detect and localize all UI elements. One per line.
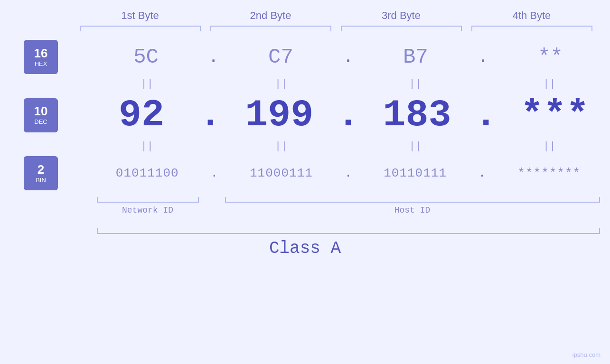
dec-values: 92 . 199 . 183 . ***	[86, 93, 610, 137]
dec-base-number: 10	[34, 105, 48, 117]
header-1st-byte: 1st Byte	[75, 9, 206, 26]
bin-dot3: .	[479, 166, 486, 180]
hex-byte2: C7	[221, 45, 340, 69]
network-bracket	[97, 197, 199, 203]
dec-byte2: 199	[224, 93, 334, 137]
bracket-gap1	[199, 197, 225, 203]
eq1: ||	[87, 78, 207, 90]
host-bracket	[225, 197, 600, 203]
hex-dot1: .	[208, 47, 219, 67]
class-label: Class A	[0, 239, 610, 258]
eq7: ||	[356, 140, 476, 152]
bracket-1	[80, 26, 201, 31]
dec-base-label: DEC	[34, 118, 47, 125]
hex-row: 16 HEX 5C . C7 . B7 . **	[0, 40, 610, 74]
dec-dot2: .	[337, 93, 359, 137]
header-4th-byte: 4th Byte	[467, 9, 597, 26]
hex-base-label: HEX	[35, 60, 47, 67]
hex-badge: 16 HEX	[24, 40, 58, 74]
hex-values: 5C . C7 . B7 . **	[86, 45, 610, 69]
hex-base-number: 16	[34, 47, 48, 59]
header-2nd-byte: 2nd Byte	[206, 9, 336, 26]
eq8: ||	[489, 140, 610, 152]
equals-row-1: || || || ||	[87, 78, 610, 90]
watermark: ipshu.com	[572, 351, 601, 358]
bin-badge: 2 BIN	[24, 156, 58, 190]
dec-dot3: .	[475, 93, 497, 137]
byte-headers-row: 1st Byte 2nd Byte 3rd Byte 4th Byte	[75, 9, 597, 26]
hex-byte1: 5C	[86, 45, 206, 69]
network-id-label: Network ID	[97, 205, 199, 215]
eq2: ||	[221, 78, 341, 90]
bin-byte1: 01011100	[86, 166, 208, 180]
bin-byte3: 10110111	[354, 166, 476, 180]
bracket-4	[471, 26, 592, 31]
bin-byte4: ********	[488, 166, 610, 180]
bin-base-label: BIN	[36, 177, 46, 184]
bin-dot2: .	[345, 166, 352, 180]
hex-dot2: .	[343, 47, 354, 67]
eq4: ||	[489, 78, 610, 90]
hex-dot3: .	[478, 47, 488, 67]
dec-badge: 10 DEC	[24, 98, 58, 132]
bin-base-number: 2	[38, 163, 44, 176]
bin-values: 01011100 . 11000111 . 10110111 . *******…	[86, 166, 610, 180]
dec-byte4: ***	[500, 93, 610, 137]
main-container: 1st Byte 2nd Byte 3rd Byte 4th Byte 16 H…	[0, 0, 610, 364]
dec-dot1: .	[199, 93, 222, 137]
outer-bracket	[97, 228, 600, 234]
equals-row-2: || || || ||	[87, 140, 610, 152]
bin-byte2: 11000111	[220, 166, 342, 180]
hex-byte3: B7	[356, 45, 475, 69]
eq5: ||	[87, 140, 207, 152]
host-id-label: Host ID	[225, 205, 600, 215]
bin-row: 2 BIN 01011100 . 11000111 . 10110111 . *…	[0, 156, 610, 190]
id-labels: Network ID Host ID	[97, 205, 600, 215]
hex-byte4: **	[491, 45, 610, 69]
bottom-brackets	[97, 197, 600, 203]
top-brackets	[75, 26, 597, 31]
eq6: ||	[221, 140, 341, 152]
bracket-2	[210, 26, 331, 31]
dec-byte3: 183	[362, 93, 472, 137]
dec-row: 10 DEC 92 . 199 . 183 . ***	[0, 93, 610, 137]
dec-byte1: 92	[86, 93, 197, 137]
eq3: ||	[356, 78, 476, 90]
bracket-3	[341, 26, 462, 31]
header-3rd-byte: 3rd Byte	[336, 9, 467, 26]
bin-dot1: .	[211, 166, 218, 180]
